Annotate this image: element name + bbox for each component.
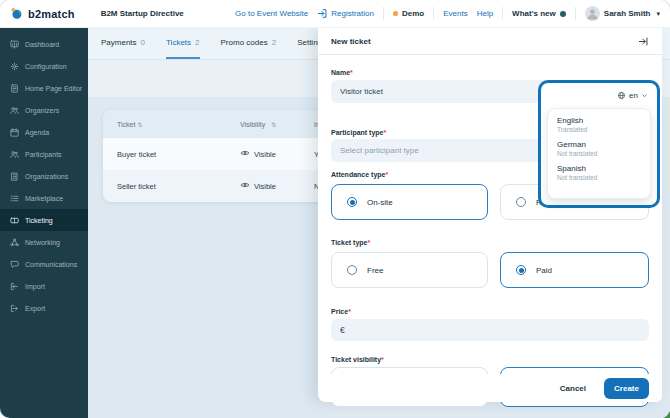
chat-icon [10, 260, 19, 269]
logo-text: b2match [28, 8, 75, 20]
price-input-wrap: € [331, 319, 649, 341]
ticket-type-label: Ticket type* [331, 239, 370, 246]
notification-dot-icon [560, 11, 566, 17]
sidebar-item-export[interactable]: Export [0, 297, 88, 319]
user-name: Sarah Smith [604, 9, 651, 18]
attendance-option-onsite[interactable]: On-site [331, 184, 488, 220]
radio-unselected-icon [347, 265, 357, 275]
panel-title: New ticket [331, 37, 371, 46]
people-icon [10, 150, 19, 159]
screenshot: b2match B2M Startup Directive Go to Even… [0, 0, 670, 418]
sidebar-item-import[interactable]: Import [0, 275, 88, 297]
event-name: B2M Startup Directive [101, 9, 184, 18]
demo-dot-icon [393, 11, 398, 16]
divider [433, 7, 434, 20]
globe-icon [617, 91, 626, 100]
divider [383, 7, 384, 20]
people-icon [10, 106, 19, 115]
radio-selected-icon [516, 265, 526, 275]
attendance-type-label: Attendance type* [331, 171, 388, 178]
tab-count: 2 [195, 38, 199, 47]
ticket-visibility-label: Ticket visibility* [331, 356, 384, 363]
language-option-spanish[interactable]: Spanish Not translated [557, 163, 641, 182]
b2match-logo-icon [10, 7, 23, 20]
network-icon [10, 238, 19, 247]
cancel-button[interactable]: Cancel [560, 384, 586, 393]
sort-icon: ⇅ [137, 122, 142, 128]
top-bar: b2match B2M Startup Directive Go to Even… [0, 0, 670, 28]
demo-badge[interactable]: Demo [393, 9, 424, 18]
ticket-type-option-paid[interactable]: Paid [500, 252, 649, 288]
panel-footer: Cancel Create [318, 374, 662, 402]
ticket-icon [10, 216, 19, 225]
sidebar-item-dashboard[interactable]: Dashboard [0, 33, 88, 55]
create-button[interactable]: Create [604, 378, 649, 399]
b2match-logo[interactable]: b2match [10, 7, 75, 20]
sidebar-item-participants[interactable]: Participants [0, 143, 88, 165]
whats-new-button[interactable]: What's new [512, 9, 566, 18]
building-icon [10, 172, 19, 181]
language-option-english[interactable]: English Translated [557, 115, 641, 134]
panel-header: New ticket [318, 28, 662, 55]
import-icon [10, 282, 19, 291]
avatar [585, 6, 600, 21]
chevron-down-icon [641, 92, 648, 99]
divider [575, 7, 576, 20]
eye-icon [240, 180, 250, 192]
user-menu[interactable]: Sarah Smith ▾ [585, 6, 660, 21]
column-ticket[interactable]: Ticket⇅ [117, 121, 240, 128]
language-selector-spotlight: en English Translated German Not transla… [538, 80, 660, 208]
language-code: en [629, 91, 638, 100]
app-window: b2match B2M Startup Directive Go to Even… [0, 0, 670, 418]
price-label: Price* [331, 308, 351, 315]
sidebar-item-marketplace[interactable]: Marketplace [0, 187, 88, 209]
export-icon [10, 304, 19, 313]
registration-link[interactable]: Registration [331, 9, 374, 18]
sidebar: Dashboard Configuration Home Page Editor… [0, 28, 88, 418]
name-label: Name* [331, 69, 353, 76]
radio-unselected-icon [516, 197, 526, 207]
new-ticket-panel: New ticket Name* Participant type* Atten… [318, 28, 662, 402]
tab-count: 2 [272, 38, 276, 47]
sidebar-item-home-page-editor[interactable]: Home Page Editor [0, 77, 88, 99]
sidebar-item-ticketing[interactable]: Ticketing [0, 209, 88, 231]
help-link[interactable]: Help [477, 9, 493, 18]
calendar-icon [10, 128, 19, 137]
currency-symbol: € [340, 325, 345, 335]
language-option-german[interactable]: German Not translated [557, 139, 641, 158]
eye-icon [240, 148, 250, 160]
participant-type-label: Participant type* [331, 129, 386, 136]
price-input[interactable] [351, 326, 640, 335]
page-edit-icon [10, 84, 19, 93]
sidebar-item-organizations[interactable]: Organizations [0, 165, 88, 187]
divider [502, 7, 503, 20]
chevron-down-icon: ▾ [656, 10, 660, 18]
sidebar-item-networking[interactable]: Networking [0, 231, 88, 253]
tab-count: 0 [141, 38, 145, 47]
events-link[interactable]: Events [443, 9, 467, 18]
sidebar-item-agenda[interactable]: Agenda [0, 121, 88, 143]
tab-tickets[interactable]: Tickets 2 [166, 28, 200, 59]
ticket-type-option-free[interactable]: Free [331, 252, 488, 288]
dashboard-icon [10, 40, 19, 49]
sidebar-item-communications[interactable]: Communications [0, 253, 88, 275]
column-visibility[interactable]: Visibility⇅ [240, 121, 314, 128]
sort-icon: ⇅ [271, 121, 276, 128]
registration-enter-icon [317, 8, 328, 19]
go-to-event-website-link[interactable]: Go to Event Website [235, 9, 308, 18]
radio-selected-icon [347, 197, 357, 207]
language-dropdown: English Translated German Not translated… [547, 108, 651, 199]
gear-icon [10, 62, 19, 71]
language-selector[interactable]: en [541, 83, 657, 107]
tab-promo-codes[interactable]: Promo codes 2 [221, 28, 277, 59]
collapse-panel-icon[interactable] [638, 36, 649, 47]
sidebar-item-configuration[interactable]: Configuration [0, 55, 88, 77]
sidebar-item-organizers[interactable]: Organizers [0, 99, 88, 121]
tab-payments[interactable]: Payments 0 [101, 28, 145, 59]
list-icon [10, 194, 19, 203]
